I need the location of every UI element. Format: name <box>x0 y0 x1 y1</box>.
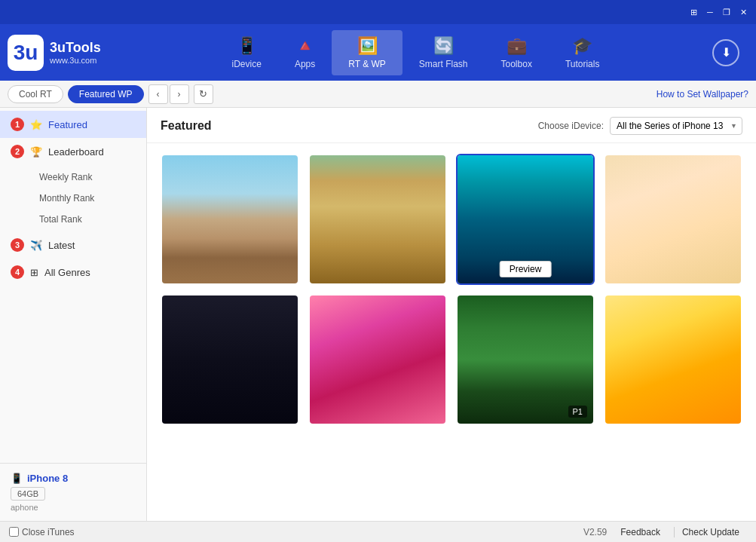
featured-badge: 1 <box>11 118 24 131</box>
featured-label: Featured <box>48 119 87 130</box>
sidebar-item-all-genres[interactable]: 4 ⊞ All Genres <box>0 259 146 286</box>
tutorials-icon: 🎓 <box>572 36 592 56</box>
all-genres-badge: 4 <box>11 265 24 279</box>
preview-button[interactable]: Preview <box>500 261 552 277</box>
device-selector: Choose iDevice: All the Series of iPhone… <box>538 117 742 135</box>
nav-idevice-label: iDevice <box>232 59 262 69</box>
tb-window-icon[interactable]: ⊞ <box>687 5 700 19</box>
wallpaper-image-5 <box>162 295 298 424</box>
status-bar: Close iTunes V2.59 Feedback Check Update <box>0 521 756 542</box>
device-dropdown[interactable]: All the Series of iPhone 13 iPhone 12 iP… <box>610 117 742 135</box>
device-model: aphone <box>11 503 136 512</box>
sidebar-weekly-rank[interactable]: Weekly Rank <box>32 167 146 188</box>
cool-rt-tab[interactable]: Cool RT <box>8 85 63 103</box>
device-name: 📱 iPhone 8 <box>11 473 136 484</box>
header-right: ⬇ <box>703 39 748 66</box>
wallpaper-item-4[interactable] <box>604 154 742 285</box>
idevice-icon: 📱 <box>237 36 257 56</box>
latest-label: Latest <box>48 240 75 251</box>
device-selector-label: Choose iDevice: <box>538 121 604 131</box>
sidebar-item-featured[interactable]: 1 ⭐ Featured <box>0 111 146 138</box>
nav-smart-flash[interactable]: 🔄 Smart Flash <box>402 30 485 75</box>
sidebar: 1 ⭐ Featured 2 🏆 Leaderboard Weekly Rank… <box>0 108 147 521</box>
wallpaper-image-2 <box>310 155 445 283</box>
sidebar-monthly-rank[interactable]: Monthly Rank <box>32 188 146 209</box>
download-button[interactable]: ⬇ <box>712 39 739 66</box>
wallpaper-grid: Preview P1 <box>147 143 756 436</box>
all-genres-icon: ⊞ <box>30 267 38 278</box>
nav-rt-wp-label: RT & WP <box>348 59 386 69</box>
rt-wp-icon: 🖼️ <box>357 36 378 56</box>
logo-icon: 3u <box>8 35 44 71</box>
main-area: 1 ⭐ Featured 2 🏆 Leaderboard Weekly Rank… <box>0 108 756 521</box>
content-title: Featured <box>161 119 212 133</box>
latest-icon: ✈️ <box>30 240 42 251</box>
wallpaper-image-7 <box>458 295 593 424</box>
tb-close[interactable]: ✕ <box>736 5 750 19</box>
toolbar: Cool RT Featured WP ‹ › ↻ How to Set Wal… <box>0 81 756 108</box>
content-area: Featured Choose iDevice: All the Series … <box>147 108 756 521</box>
nav-tutorials[interactable]: 🎓 Tutorials <box>549 30 617 75</box>
sidebar-section-main: 1 ⭐ Featured 2 🏆 Leaderboard Weekly Rank… <box>0 108 146 289</box>
smart-flash-icon: 🔄 <box>433 36 454 56</box>
p1-badge: P1 <box>568 406 587 418</box>
wallpaper-item-1[interactable] <box>161 154 299 285</box>
wallpaper-image-4 <box>605 155 741 283</box>
nav-bar: 📱 iDevice 🔺 Apps 🖼️ RT & WP 🔄 Smart Flas… <box>128 30 703 75</box>
header: 3u 3uTools www.3u.com 📱 iDevice 🔺 Apps 🖼… <box>0 24 756 81</box>
close-itunes-checkbox[interactable] <box>9 527 19 537</box>
device-info: 📱 iPhone 8 64GB aphone <box>0 463 146 521</box>
forward-button[interactable]: › <box>170 84 189 104</box>
featured-icon: ⭐ <box>30 119 42 130</box>
toolbar-right: How to Set Wallpaper? <box>657 88 748 100</box>
tb-restore[interactable]: ❐ <box>720 5 733 19</box>
wallpaper-item-6[interactable] <box>308 294 447 425</box>
wallpaper-image-6 <box>310 295 445 424</box>
device-storage: 64GB <box>11 487 45 501</box>
wallpaper-item-3[interactable]: Preview <box>456 154 595 285</box>
nav-arrows: ‹ › <box>148 84 189 104</box>
wallpaper-image-8 <box>605 295 741 424</box>
nav-idevice[interactable]: 📱 iDevice <box>216 30 278 75</box>
app-url: www.3u.com <box>50 56 101 65</box>
back-button[interactable]: ‹ <box>148 84 168 104</box>
feedback-button[interactable]: Feedback <box>613 527 668 537</box>
wallpaper-item-2[interactable] <box>308 154 447 285</box>
leaderboard-label: Leaderboard <box>48 146 104 158</box>
logo-text: 3uTools www.3u.com <box>50 40 101 65</box>
refresh-button[interactable]: ↻ <box>194 84 213 104</box>
wallpaper-item-8[interactable] <box>604 294 742 425</box>
leaderboard-icon: 🏆 <box>30 146 42 158</box>
content-header: Featured Choose iDevice: All the Series … <box>147 108 756 143</box>
app-name: 3uTools <box>50 40 101 56</box>
close-itunes-area: Close iTunes <box>9 527 75 537</box>
all-genres-label: All Genres <box>44 267 90 278</box>
sidebar-item-latest[interactable]: 3 ✈️ Latest <box>0 231 146 259</box>
leaderboard-submenu: Weekly Rank Monthly Rank Total Rank <box>0 165 146 231</box>
nav-rt-wp[interactable]: 🖼️ RT & WP <box>332 30 402 75</box>
device-dropdown-wrapper: All the Series of iPhone 13 iPhone 12 iP… <box>610 117 742 135</box>
sidebar-item-leaderboard[interactable]: 2 🏆 Leaderboard <box>0 138 146 165</box>
wallpaper-item-7[interactable]: P1 <box>456 294 595 425</box>
version-label: V2.59 <box>583 527 607 537</box>
latest-badge: 3 <box>11 238 24 252</box>
nav-apps[interactable]: 🔺 Apps <box>278 30 332 75</box>
leaderboard-badge: 2 <box>11 145 24 158</box>
wallpaper-item-5[interactable] <box>161 294 299 425</box>
logo-area: 3u 3uTools www.3u.com <box>8 35 128 71</box>
nav-smart-flash-label: Smart Flash <box>419 59 468 69</box>
close-itunes-label: Close iTunes <box>22 527 75 537</box>
toolbox-icon: 💼 <box>507 36 527 56</box>
nav-tutorials-label: Tutorials <box>565 59 600 69</box>
nav-toolbox[interactable]: 💼 Toolbox <box>485 30 549 75</box>
tb-minimize[interactable]: ─ <box>703 5 717 19</box>
nav-apps-label: Apps <box>295 59 315 69</box>
how-to-link[interactable]: How to Set Wallpaper? <box>657 89 748 100</box>
nav-toolbox-label: Toolbox <box>501 59 532 69</box>
featured-wp-tab[interactable]: Featured WP <box>68 85 144 103</box>
apps-icon: 🔺 <box>295 36 315 56</box>
title-bar: ⊞ ─ ❐ ✕ <box>0 0 756 24</box>
check-update-button[interactable]: Check Update <box>674 527 747 537</box>
sidebar-total-rank[interactable]: Total Rank <box>32 209 146 230</box>
phone-icon: 📱 <box>11 473 23 484</box>
